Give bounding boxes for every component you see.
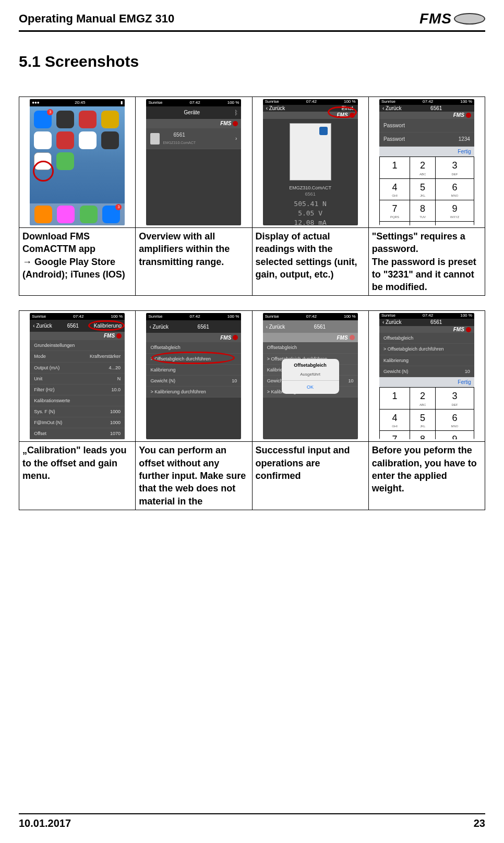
keypad-key[interactable]: 4GHI	[379, 178, 410, 200]
list-item[interactable]: Offsetabgleich	[379, 333, 474, 344]
keypad-key[interactable]: 8TUV	[410, 431, 436, 440]
list-item[interactable]: Kalibrierung	[146, 365, 241, 376]
keypad-key[interactable]: ,	[379, 222, 410, 225]
highlight-oval-icon	[151, 352, 235, 364]
phone-offset: Sunrise07:42100 % ‹ Zurück6561 FMS Offse…	[146, 313, 241, 439]
keypad-key[interactable]: 6MNO	[436, 178, 474, 200]
list-item[interactable]: F@ImOut (N)1000	[30, 417, 125, 428]
screenshot-calibration-menu: Sunrise07:42100 % ‹ Zurück6561Kalibrieru…	[19, 311, 136, 442]
device-image	[290, 123, 331, 180]
done-button[interactable]: Fertig	[379, 147, 474, 157]
list-item[interactable]: Output (mA)4...20	[30, 363, 125, 374]
screenshot-offset: Sunrise07:42100 % ‹ Zurück6561 FMS Offse…	[136, 311, 252, 442]
logo-text: FMS	[419, 10, 452, 27]
screenshot-home: ●●●20:45▮ 3 3	[19, 97, 136, 228]
keypad-key[interactable]: 1	[379, 157, 410, 178]
list-item[interactable]: Gewicht (N)10	[379, 366, 474, 377]
phone-readings: Sunrise07:42100 % ‹ ZurückEinst. FMS EMG…	[263, 99, 358, 225]
list-item[interactable]: Grundeinstellungen	[30, 340, 125, 351]
keypad-key[interactable]: 2ABC	[410, 388, 436, 409]
screenshot-password: Sunrise07:42100 % ‹ Zurück6561 FMS Passw…	[368, 97, 485, 228]
list-item[interactable]: Filter (Hz)10.0	[30, 384, 125, 395]
popup-ok-button[interactable]: OK	[282, 380, 339, 393]
keypad-key[interactable]: 2ABC	[410, 157, 436, 178]
keypad-key[interactable]: 5JKL	[410, 409, 436, 430]
caption-7: Successful input and operations are conf…	[252, 442, 368, 510]
caption-4: "Settings" requires a password.The passw…	[368, 228, 485, 296]
screenshot-weight: Sunrise07:42100 % ‹ Zurück6561 FMS Offse…	[368, 311, 485, 442]
list-item[interactable]: UnitN	[30, 374, 125, 384]
keypad-key[interactable]: 0	[410, 222, 436, 225]
keypad-key[interactable]: 7PQRS	[379, 200, 410, 222]
logo: FMS	[419, 10, 485, 27]
caption-3: Display of actual readings with the sele…	[252, 228, 368, 296]
logo-shape-icon	[454, 13, 485, 25]
phone-weight: Sunrise07:42100 % ‹ Zurück6561 FMS Offse…	[379, 313, 474, 439]
confirm-popup: Offsetabgleich Ausgeführt OK	[282, 359, 339, 393]
list-item[interactable]: Offsetabgleich	[263, 342, 358, 353]
page-header: Operating Manual EMGZ 310 FMS	[19, 10, 485, 32]
keypad-key[interactable]: 1	[379, 388, 410, 409]
keypad-table: 12ABC3DEF4GHI5JKL6MNO7PQRS8TUV9WXYZ,0⌫	[379, 156, 474, 225]
screenshots-table-2: Sunrise07:42100 % ‹ Zurück6561Kalibrieru…	[19, 310, 485, 510]
keypad-key[interactable]: 5JKL	[410, 178, 436, 200]
list-item[interactable]: ModeKraftverstärker	[30, 351, 125, 362]
list-item[interactable]: Gewicht (N)10	[146, 376, 241, 387]
list-item[interactable]: Offset1070	[30, 428, 125, 439]
keypad-key[interactable]: 3DEF	[436, 157, 474, 178]
keypad-key[interactable]: 7PQRS	[379, 431, 410, 440]
section-title: 5.1 Screenshots	[19, 53, 485, 70]
phone-home: ●●●20:45▮ 3 3	[30, 99, 125, 225]
phone-calibration: Sunrise07:42100 % ‹ Zurück6561Kalibrieru…	[30, 313, 125, 439]
keypad-key[interactable]: 9WXYZ	[436, 431, 474, 440]
done-button[interactable]: Fertig	[379, 377, 474, 388]
numeric-keypad[interactable]: Fertig 12ABC3DEF4GHI5JKL6MNO7PQRS8TUV9WX…	[379, 147, 474, 225]
chevron-right-icon: ›	[235, 135, 237, 142]
list-item[interactable]: Kalibrationswerte	[30, 395, 125, 406]
header-title: Operating Manual EMGZ 310	[19, 12, 174, 26]
device-row[interactable]: 6561EMGZ310.ComACT ›	[146, 128, 241, 149]
keypad-key[interactable]: 8TUV	[410, 200, 436, 222]
caption-8: Before you peform the calibration, you h…	[368, 442, 485, 510]
list-item[interactable]: > Offsetabgleich durchführen	[379, 344, 474, 355]
numeric-keypad[interactable]: Fertig 12ABC3DEF4GHI5JKL6MNO7PQRS8TUV9WX…	[379, 377, 474, 440]
phone-password: Sunrise07:42100 % ‹ Zurück6561 FMS Passw…	[379, 99, 474, 225]
caption-6: You can perform an offset without any fu…	[136, 442, 252, 510]
keypad-key[interactable]: 3DEF	[436, 388, 474, 409]
screenshot-confirm: Sunrise07:42100 % ‹ Zurück6561 FMS Offse…	[252, 311, 368, 442]
screenshot-readings: Sunrise07:42100 % ‹ ZurückEinst. FMS EMG…	[252, 97, 368, 228]
list-item[interactable]: > Kalibrierung durchführen	[146, 387, 241, 398]
list-item[interactable]: Kalibrierung	[379, 355, 474, 366]
back-button[interactable]: ‹ Zurück	[266, 105, 285, 112]
phone-confirm: Sunrise07:42100 % ‹ Zurück6561 FMS Offse…	[263, 313, 358, 439]
footer-date: 10.01.2017	[19, 817, 71, 829]
keypad-key[interactable]: ⌫	[436, 222, 474, 225]
keypad-key[interactable]: 6MNO	[436, 409, 474, 430]
phone-devices: Sunrise07:42100 % Geräteᛒ FMS 6561EMGZ31…	[146, 99, 241, 225]
caption-5: „Calibration" leads you to the offset an…	[19, 442, 136, 510]
bluetooth-icon: ᛒ	[234, 109, 238, 117]
page-footer: 10.01.2017 23	[19, 813, 485, 829]
settings-list-4: GrundeinstellungenModeKraftverstärkerOut…	[30, 340, 125, 439]
keypad-table: 12ABC3DEF4GHI5JKL6MNO7PQRS8TUV9WXYZ,0⌫	[379, 387, 474, 439]
list-item[interactable]: Sys. F (N)1000	[30, 406, 125, 417]
keypad-key[interactable]: 4GHI	[379, 409, 410, 430]
footer-page: 23	[474, 817, 485, 829]
caption-1: Download FMS ComACTTM app → Google Play …	[19, 228, 136, 296]
highlight-oval-icon	[328, 106, 357, 118]
keypad-key[interactable]: 9WXYZ	[436, 200, 474, 222]
screenshots-table-1: ●●●20:45▮ 3 3 Sunrise07:42100 % Geräteᛒ …	[19, 97, 485, 296]
caption-2: Overview with all amplifiers within the …	[136, 228, 252, 296]
screenshot-devices: Sunrise07:42100 % Geräteᛒ FMS 6561EMGZ31…	[136, 97, 252, 228]
highlight-circle-icon	[33, 161, 54, 182]
highlight-oval-icon	[88, 320, 125, 331]
settings-list-7: Offsetabgleich> Offsetabgleich durchführ…	[379, 333, 474, 377]
